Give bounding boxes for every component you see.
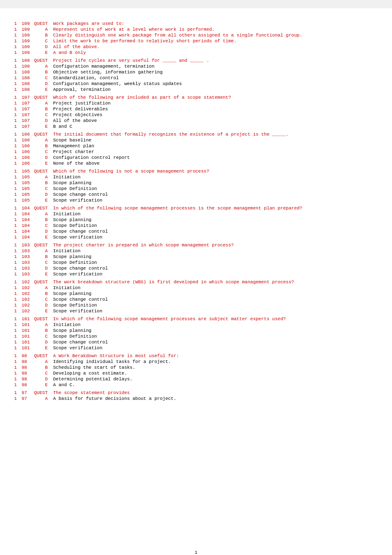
col-type: E (32, 50, 51, 56)
col-number: 105 (20, 168, 32, 174)
col-number: 101 (20, 328, 32, 333)
col-number: 102 (20, 297, 32, 302)
col-text: Project charter (51, 149, 380, 155)
col-type: E (32, 87, 51, 92)
table-row: 1 103 D Scope change control (12, 265, 380, 271)
col-text: In which of the following scope manageme… (51, 316, 380, 322)
col-type: B (32, 217, 51, 223)
content-table: 1 109 QUEST Work packages are used to: 1… (12, 21, 380, 402)
col-chapter: 1 (12, 44, 20, 50)
col-type: A (32, 174, 51, 180)
col-type: A (32, 396, 51, 402)
col-text: Limit the work to be performed to relati… (51, 38, 380, 44)
col-chapter: 1 (12, 254, 20, 260)
col-chapter: 1 (12, 333, 20, 339)
col-type: B (32, 291, 51, 297)
col-text: Project life cycles are very useful for … (51, 58, 380, 63)
col-chapter: 1 (12, 174, 20, 180)
table-row: 1 105 C Scope Definition (12, 186, 380, 192)
table-row: 1 103 A Initiation (12, 248, 380, 254)
col-chapter: 1 (12, 382, 20, 388)
col-chapter: 1 (12, 390, 20, 396)
col-chapter: 1 (12, 396, 20, 402)
col-chapter: 1 (12, 95, 20, 100)
col-text: Scope Definition (51, 302, 380, 308)
col-number: 98 (20, 376, 32, 382)
col-chapter: 1 (12, 211, 20, 217)
col-type: C (32, 112, 51, 118)
col-chapter: 1 (12, 87, 20, 92)
col-chapter: 1 (12, 21, 20, 27)
col-chapter: 1 (12, 291, 20, 297)
col-text: Initiation (51, 322, 380, 328)
col-type: A (32, 322, 51, 328)
col-chapter: 1 (12, 223, 20, 229)
col-text: Initiation (51, 211, 380, 217)
col-text: Scope change control (51, 229, 380, 234)
col-chapter: 1 (12, 192, 20, 197)
col-chapter: 1 (12, 63, 20, 69)
table-row: 1 108 B Objective setting, information g… (12, 69, 380, 75)
col-type: QUEST (32, 168, 51, 174)
table-row: 1 109 D All of the above. (12, 44, 380, 50)
col-text: Scope Definition (51, 260, 380, 265)
col-number: 104 (20, 234, 32, 240)
page: 1 109 QUEST Work packages are used to: 1… (0, 8, 392, 555)
col-chapter: 1 (12, 339, 20, 345)
col-text: In which of the following scope manageme… (51, 205, 380, 211)
col-number: 104 (20, 229, 32, 234)
col-text: Standardization, control (51, 75, 380, 81)
table-row: 1 101 A Initiation (12, 322, 380, 328)
col-number: 102 (20, 279, 32, 285)
col-type: A (32, 100, 51, 106)
col-type: B (32, 143, 51, 149)
col-text: Scope planning (51, 217, 380, 223)
col-type: E (32, 308, 51, 314)
table-row: 1 101 E Scope verification (12, 345, 380, 351)
table-row: 1 103 B Scope planning (12, 254, 380, 260)
col-type: QUEST (32, 95, 51, 100)
col-chapter: 1 (12, 265, 20, 271)
col-chapter: 1 (12, 180, 20, 186)
col-text: Initiation (51, 174, 380, 180)
table-row: 1 104 A Initiation (12, 211, 380, 217)
col-chapter: 1 (12, 58, 20, 63)
col-chapter: 1 (12, 50, 20, 56)
table-row: 1 108 C Standardization, control (12, 75, 380, 81)
col-type: D (32, 302, 51, 308)
table-row: 1 104 D Scope change control (12, 229, 380, 234)
table-row: 1 109 C Limit the work to be performed t… (12, 38, 380, 44)
table-row: 1 108 E Approval, termination (12, 87, 380, 92)
col-number: 109 (20, 38, 32, 44)
col-text: Configuration control report (51, 155, 380, 161)
col-number: 108 (20, 58, 32, 63)
table-row: 1 106 D Configuration control report (12, 155, 380, 161)
col-text: Scope verification (51, 234, 380, 240)
col-number: 106 (20, 137, 32, 143)
col-chapter: 1 (12, 234, 20, 240)
col-type: E (32, 382, 51, 388)
col-type: B (32, 254, 51, 260)
table-row: 1 104 E Scope verification (12, 234, 380, 240)
col-text: Configuration management, weekly status … (51, 81, 380, 87)
col-number: 103 (20, 242, 32, 248)
col-chapter: 1 (12, 137, 20, 143)
col-text: Scope verification (51, 345, 380, 351)
table-row: 1 101 QUEST In which of the following sc… (12, 316, 380, 322)
col-text: Represent units of work at a level where… (51, 27, 380, 32)
table-row: 1 98 E A and C. (12, 382, 380, 388)
col-number: 101 (20, 333, 32, 339)
col-type: B (32, 365, 51, 370)
col-number: 109 (20, 44, 32, 50)
table-row: 1 98 B Scheduling the start of tasks. (12, 365, 380, 370)
col-number: 102 (20, 308, 32, 314)
col-number: 108 (20, 75, 32, 81)
col-chapter: 1 (12, 32, 20, 38)
col-number: 108 (20, 63, 32, 69)
col-text: Configuration management, termination (51, 63, 380, 69)
col-text: Scope planning (51, 254, 380, 260)
col-chapter: 1 (12, 161, 20, 166)
col-text: Scope Definition (51, 223, 380, 229)
col-type: B (32, 328, 51, 333)
col-text: Initiation (51, 248, 380, 254)
